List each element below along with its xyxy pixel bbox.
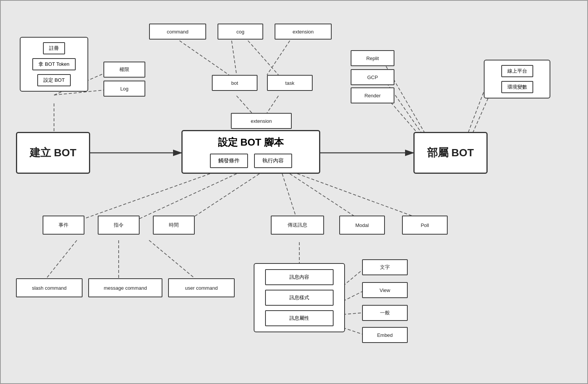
deploy-bot-box: 部屬 BOT [413, 132, 488, 174]
execute-box: 執行內容 [254, 154, 292, 168]
cog-top-box: cog [218, 24, 263, 40]
env-vars-box: 環境變數 [501, 81, 533, 93]
modal-box: Modal [339, 216, 385, 235]
gcp-box: GCP [351, 69, 394, 85]
poll-box: Poll [402, 216, 448, 235]
register-box: 註冊 [43, 42, 65, 54]
msg-attr-box: 訊息屬性 [265, 310, 334, 326]
view-box: View [362, 282, 408, 298]
setup-bot-script-row: 觸發條件 執行內容 [210, 154, 292, 168]
trigger-box: 觸發條件 [210, 154, 248, 168]
setup-bot-script-title: 設定 BOT 腳本 [218, 136, 284, 149]
extension-top-box: extension [275, 24, 332, 40]
general-box: 一般 [362, 305, 408, 321]
diagram: command cog extension bot task extension… [0, 0, 588, 384]
get-token-box: 拿 BOT Token [32, 58, 75, 70]
message-command-box: message command [88, 278, 162, 297]
embed-box: Embed [362, 327, 408, 343]
build-bot-setup-group: 註冊 拿 BOT Token 設定 BOT [20, 37, 88, 92]
log-box: Log [103, 81, 145, 97]
user-command-box: user command [168, 278, 235, 297]
svg-line-6 [180, 41, 229, 75]
svg-line-25 [297, 174, 427, 221]
replit-box: Replit [351, 50, 394, 66]
bot-mid-box: bot [212, 75, 257, 91]
set-bot-box: 設定 BOT [37, 74, 71, 86]
message-group: 訊息內容 訊息樣式 訊息屬性 [254, 263, 345, 332]
svg-line-8 [267, 41, 290, 75]
command-top-box: command [149, 24, 206, 40]
extension-mid-box: extension [231, 113, 292, 129]
svg-line-9 [248, 41, 278, 75]
svg-line-23 [282, 174, 297, 221]
svg-line-19 [187, 174, 259, 221]
svg-line-17 [77, 174, 210, 221]
task-mid-box: task [267, 75, 313, 91]
text-box: 文字 [362, 259, 408, 275]
svg-line-22 [149, 240, 195, 278]
render-box: Render [351, 87, 394, 103]
setup-bot-script-box: 設定 BOT 腳本 觸發條件 執行內容 [181, 130, 320, 174]
online-platform-box: 線上平台 [501, 65, 533, 77]
svg-line-20 [46, 240, 77, 278]
event-box: 事件 [43, 216, 84, 235]
permission-box: 權限 [103, 62, 145, 78]
svg-line-11 [267, 96, 278, 113]
msg-content-box: 訊息內容 [265, 269, 334, 285]
svg-line-7 [232, 41, 237, 75]
online-platform-group: 線上平台 環境變數 [484, 60, 550, 98]
command-box: 指令 [98, 216, 140, 235]
svg-line-18 [134, 174, 237, 221]
svg-line-24 [290, 174, 362, 221]
msg-style-box: 訊息樣式 [265, 290, 334, 306]
send-message-box: 傳送訊息 [271, 216, 324, 235]
time-box: 時間 [153, 216, 195, 235]
svg-line-10 [237, 96, 252, 113]
slash-command-box: slash command [16, 278, 83, 297]
build-bot-box: 建立 BOT [16, 132, 90, 174]
